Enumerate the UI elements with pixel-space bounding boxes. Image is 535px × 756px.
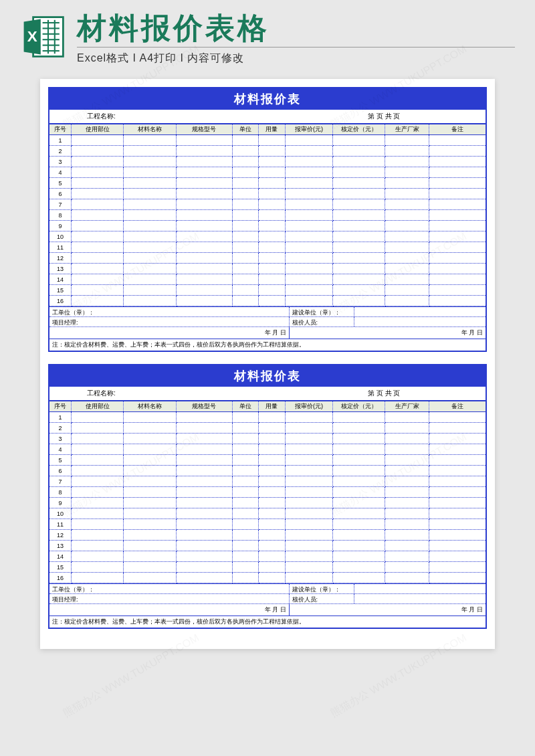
empty-cell (385, 530, 429, 541)
seq-cell: 7 (49, 476, 72, 487)
seq-cell: 3 (49, 434, 72, 444)
col-spec: 规格型号 (176, 401, 233, 412)
empty-cell (385, 157, 429, 167)
empty-cell (233, 210, 259, 221)
empty-cell (176, 551, 233, 562)
empty-cell (385, 519, 429, 530)
col-mfg: 生产厂家 (385, 401, 429, 412)
table-row: 16 (49, 296, 486, 306)
pricer-label: 核价人员: (290, 317, 355, 326)
empty-cell (72, 199, 124, 210)
empty-cell (333, 135, 385, 146)
empty-cell (72, 455, 124, 466)
empty-cell (385, 455, 429, 466)
empty-cell (429, 573, 486, 583)
empty-cell (333, 466, 385, 476)
empty-cell (385, 541, 429, 551)
empty-cell (72, 551, 124, 562)
empty-cell (233, 530, 259, 541)
empty-cell (259, 466, 285, 476)
table-row: 1 (49, 412, 486, 423)
empty-cell (233, 274, 259, 285)
empty-cell (176, 423, 233, 434)
page-title: 材料报价表格 (77, 13, 515, 43)
empty-cell (285, 562, 333, 573)
empty-cell (385, 242, 429, 253)
empty-cell (176, 285, 233, 296)
empty-cell (259, 178, 285, 189)
empty-cell (259, 167, 285, 178)
table-row: 11 (49, 519, 486, 530)
empty-cell (124, 296, 176, 306)
empty-cell (333, 412, 385, 423)
seq-cell: 12 (49, 530, 72, 541)
empty-cell (176, 167, 233, 178)
empty-cell (429, 466, 486, 476)
form-title: 材料报价表 (49, 88, 486, 110)
empty-cell (176, 476, 233, 487)
empty-cell (429, 285, 486, 296)
empty-cell (385, 434, 429, 444)
empty-cell (429, 157, 486, 167)
empty-cell (259, 487, 285, 498)
empty-cell (259, 573, 285, 583)
empty-cell (429, 476, 486, 487)
empty-cell (259, 434, 285, 444)
empty-cell (385, 498, 429, 508)
empty-cell (333, 253, 385, 264)
empty-cell (233, 562, 259, 573)
empty-cell (285, 296, 333, 306)
table-row: 5 (49, 455, 486, 466)
empty-cell (285, 573, 333, 583)
empty-cell (333, 189, 385, 199)
empty-cell (385, 562, 429, 573)
empty-cell (259, 541, 285, 551)
empty-cell (333, 562, 385, 573)
empty-cell (72, 285, 124, 296)
empty-cell (176, 498, 233, 508)
table-row: 16 (49, 573, 486, 583)
empty-cell (385, 296, 429, 306)
empty-cell (124, 476, 176, 487)
empty-cell (259, 242, 285, 253)
empty-cell (72, 466, 124, 476)
table-row: 7 (49, 199, 486, 210)
table-row: 2 (49, 423, 486, 434)
empty-cell (385, 476, 429, 487)
document-page: 材料报价表 工程名称: 第 页 共 页 序号 使用部位 材料名称 规格型号 单位… (40, 79, 495, 649)
col-seq: 序号 (49, 401, 72, 412)
empty-cell (333, 296, 385, 306)
empty-cell (429, 189, 486, 199)
empty-cell (385, 444, 429, 455)
empty-cell (429, 562, 486, 573)
empty-cell (385, 210, 429, 221)
table-row: 14 (49, 274, 486, 285)
empty-cell (124, 434, 176, 444)
empty-cell (233, 253, 259, 264)
empty-cell (233, 135, 259, 146)
col-seq: 序号 (49, 124, 72, 135)
empty-cell (233, 508, 259, 519)
empty-cell (429, 231, 486, 242)
form-note: 注：核定价含材料费、运费、上车费；本表一式四份，核价后双方各执两份作为工程结算依… (49, 339, 486, 351)
table-row: 4 (49, 444, 486, 455)
empty-cell (176, 466, 233, 476)
empty-cell (233, 167, 259, 178)
empty-cell (429, 210, 486, 221)
empty-cell (385, 146, 429, 157)
unit-seal-label: 工单位（章）： (49, 307, 290, 316)
empty-cell (429, 264, 486, 274)
form-title: 材料报价表 (49, 365, 486, 387)
table-row: 8 (49, 210, 486, 221)
pm-label: 项目经理: (49, 594, 290, 603)
table-row: 1 (49, 135, 486, 146)
table-row: 8 (49, 487, 486, 498)
empty-cell (72, 498, 124, 508)
table-row: 3 (49, 434, 486, 444)
empty-cell (385, 508, 429, 519)
empty-cell (124, 210, 176, 221)
table-row: 15 (49, 285, 486, 296)
empty-cell (429, 135, 486, 146)
empty-cell (333, 221, 385, 231)
table-row: 4 (49, 167, 486, 178)
